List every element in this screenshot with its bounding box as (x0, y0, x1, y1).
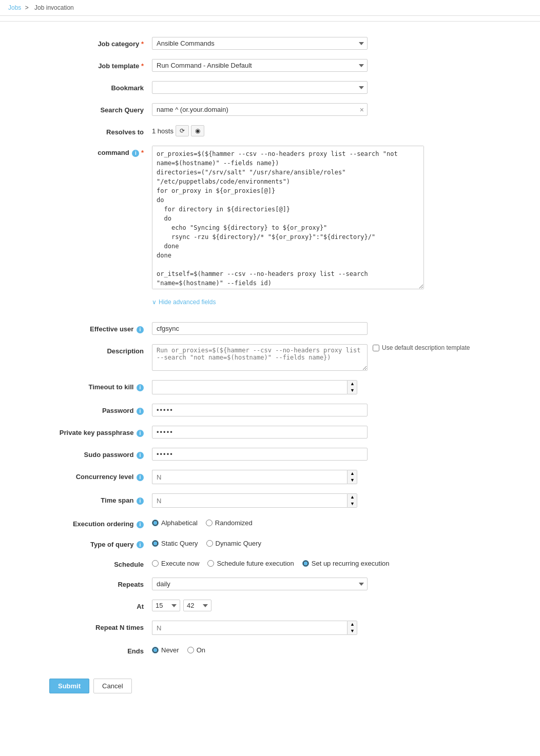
repeat-n-increment[interactable]: ▲ (348, 621, 357, 628)
at-label: At (49, 600, 152, 610)
search-query-label: Search Query (49, 103, 152, 114)
time-span-increment[interactable]: ▲ (348, 494, 357, 501)
sudo-password-input[interactable] (152, 448, 368, 461)
sudo-password-label: Sudo password i (49, 448, 152, 459)
schedule-execute-now[interactable]: Execute now (152, 560, 199, 567)
schedule-group: Execute now Schedule future execution Se… (152, 558, 390, 567)
breadcrumb-current: Job invocation (34, 4, 74, 11)
effective-user-input[interactable] (152, 322, 368, 335)
command-textarea[interactable] (152, 146, 424, 289)
sudo-password-row: Sudo password i (49, 448, 491, 461)
at-minute-select[interactable]: 42 (183, 600, 211, 611)
private-key-label: Private key passphrase i (49, 426, 152, 437)
bookmark-row: Bookmark (49, 81, 491, 94)
use-default-description-label[interactable]: Use default description template (373, 344, 470, 351)
repeat-n-spinner: ▲ ▼ (347, 621, 357, 635)
submit-bar: Submit Cancel (49, 670, 491, 702)
search-query-input[interactable] (152, 104, 357, 115)
password-input[interactable] (152, 404, 368, 416)
cancel-button[interactable]: Cancel (93, 679, 131, 693)
private-key-input[interactable] (152, 426, 368, 439)
job-category-label: Job category * (49, 37, 152, 48)
timeout-decrement[interactable]: ▼ (348, 387, 357, 394)
description-textarea[interactable] (152, 344, 368, 371)
time-span-spinner: ▲ ▼ (347, 493, 357, 508)
effective-user-row: Effective user i (49, 322, 491, 335)
type-query-static[interactable]: Static Query (152, 540, 198, 547)
timeout-row: Timeout to kill i ▲ ▼ (49, 380, 491, 394)
execution-ordering-group: Alphabetical Randomized (152, 517, 253, 527)
schedule-row: Schedule Execute now Schedule future exe… (49, 558, 491, 568)
password-info-icon[interactable]: i (137, 408, 144, 415)
private-key-info-icon[interactable]: i (137, 430, 144, 437)
password-label: Password i (49, 404, 152, 415)
type-query-dynamic[interactable]: Dynamic Query (206, 540, 262, 547)
schedule-recurring[interactable]: Set up recurring execution (302, 560, 390, 567)
breadcrumb-separator: > (25, 4, 29, 11)
repeat-n-input[interactable] (152, 621, 347, 635)
concurrency-decrement[interactable]: ▼ (348, 477, 357, 484)
type-of-query-info-icon[interactable]: i (137, 541, 144, 548)
execution-ordering-label: Execution ordering i (49, 517, 152, 528)
execution-ordering-alphabetical[interactable]: Alphabetical (152, 519, 198, 527)
time-span-input[interactable] (152, 493, 347, 508)
at-hour-select[interactable]: 15 (152, 600, 180, 611)
description-label: Description (49, 344, 152, 355)
ends-never[interactable]: Never (152, 646, 179, 654)
concurrency-info-icon[interactable]: i (137, 474, 144, 481)
time-span-decrement[interactable]: ▼ (348, 501, 357, 507)
effective-user-label: Effective user i (49, 322, 152, 333)
private-key-row: Private key passphrase i (49, 426, 491, 439)
ends-row: Ends Never On (49, 644, 491, 655)
submit-button[interactable]: Submit (49, 679, 89, 693)
resolves-to-row: Resolves to 1 hosts ⟳ ◉ (49, 125, 491, 136)
job-template-row: Job template * Run Command - Ansible Def… (49, 59, 491, 72)
execution-ordering-randomized[interactable]: Randomized (206, 519, 253, 527)
search-query-field: × (152, 103, 368, 116)
repeats-select[interactable]: daily (152, 578, 368, 590)
effective-user-info-icon[interactable]: i (137, 326, 144, 333)
execution-ordering-row: Execution ordering i Alphabetical Random… (49, 517, 491, 528)
resolves-to-label: Resolves to (49, 125, 152, 136)
resolves-preview-button[interactable]: ◉ (191, 125, 204, 136)
concurrency-increment[interactable]: ▲ (348, 470, 357, 477)
command-info-icon[interactable]: i (132, 150, 139, 157)
password-row: Password i (49, 404, 491, 416)
concurrency-input[interactable] (152, 470, 347, 484)
timeout-info-icon[interactable]: i (137, 384, 144, 391)
timeout-input[interactable] (152, 380, 347, 394)
timeout-label: Timeout to kill i (49, 380, 152, 391)
repeat-n-label: Repeat N times (49, 621, 152, 631)
time-span-info-icon[interactable]: i (137, 498, 144, 505)
sudo-password-info-icon[interactable]: i (137, 452, 144, 459)
search-query-clear-button[interactable]: × (357, 105, 367, 115)
resolves-to-value: 1 hosts (152, 127, 173, 135)
job-category-row: Job category * Ansible Commands (49, 37, 491, 50)
hide-advanced-link[interactable]: ∨ Hide advanced fields (152, 299, 216, 306)
timeout-spinner: ▲ ▼ (347, 380, 357, 394)
concurrency-row: Concurrency level i ▲ ▼ (49, 470, 491, 484)
concurrency-label: Concurrency level i (49, 470, 152, 481)
concurrency-input-group: ▲ ▼ (152, 470, 357, 484)
time-span-row: Time span i ▲ ▼ (49, 493, 491, 508)
type-of-query-group: Static Query Dynamic Query (152, 538, 261, 547)
resolves-refresh-button[interactable]: ⟳ (176, 125, 189, 136)
execution-ordering-info-icon[interactable]: i (137, 521, 144, 528)
bookmark-select[interactable] (152, 81, 368, 94)
bookmark-label: Bookmark (49, 81, 152, 92)
repeats-row: Repeats daily (49, 578, 491, 590)
ends-on[interactable]: On (187, 646, 205, 654)
description-row: Description Use default description temp… (49, 344, 491, 371)
job-template-select[interactable]: Run Command - Ansible Default (152, 59, 368, 72)
breadcrumb-parent[interactable]: Jobs (8, 4, 21, 11)
command-label: command i * (49, 146, 152, 157)
job-category-select[interactable]: Ansible Commands (152, 37, 368, 50)
use-default-description-checkbox[interactable] (373, 345, 379, 351)
at-row: At 15 42 (49, 600, 491, 611)
type-of-query-row: Type of query i Static Query Dynamic Que… (49, 538, 491, 549)
timeout-increment[interactable]: ▲ (348, 381, 357, 387)
repeat-n-input-group: ▲ ▼ (152, 621, 357, 635)
repeat-n-decrement[interactable]: ▼ (348, 628, 357, 634)
schedule-future[interactable]: Schedule future execution (207, 560, 294, 567)
command-row: command i * (49, 146, 491, 289)
